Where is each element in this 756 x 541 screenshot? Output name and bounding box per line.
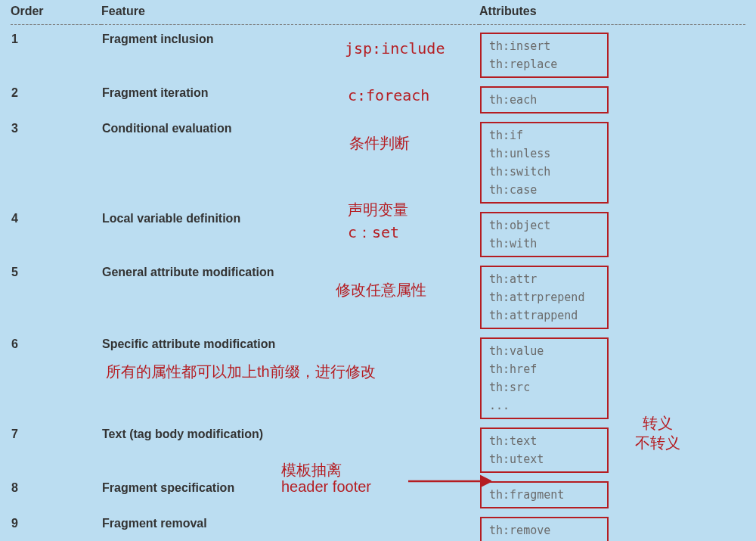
attr-box: th:each [480,86,609,113]
attr-box: th:remove [480,517,609,541]
attrs-cell: th:objectth:with [479,204,745,258]
table-row: 1Fragment inclusionth:insertth:replace [11,25,745,79]
attr-box: th:insertth:replace [480,33,609,78]
feature-cell: Fragment inclusion [101,25,479,79]
attr-item: th:unless [489,145,600,163]
attr-item: th:attrappend [489,306,600,325]
table-row: 3Conditional evaluationth:ifth:unlessth:… [11,114,745,204]
feature-cell: Fragment iteration [101,79,479,114]
attr-item: th:insert [489,37,600,55]
attr-box: th:ifth:unlessth:switchth:case [480,122,609,204]
attr-box: th:textth:utext [480,428,609,473]
attrs-cell: th:ifth:unlessth:switchth:case [479,114,745,204]
attr-item: th:case [489,181,600,199]
order-cell: 3 [11,114,101,204]
attr-item: th:utext [489,450,600,468]
feature-cell: Conditional evaluation [101,114,479,204]
attrs-cell: th:valueth:hrefth:src... [479,330,745,420]
attrs-cell: th:remove [479,509,745,541]
attr-box: th:objectth:with [480,212,609,257]
attr-box: th:valueth:hrefth:src... [480,337,609,419]
order-cell: 5 [11,258,101,330]
order-cell: 1 [11,25,101,79]
attr-item: th:if [489,126,600,145]
attrs-cell: th:insertth:replace [479,25,745,79]
table-row: 4Local variable definitionth:objectth:wi… [11,204,745,258]
precedence-table: Order Feature Attributes 1Fragment inclu… [11,0,745,541]
attr-item: th:with [489,235,600,253]
attr-item: th:src [489,378,600,396]
table-row: 7Text (tag body modification)th:textth:u… [11,420,745,474]
attr-item: th:remove [489,521,600,539]
feature-cell: Fragment specification [101,474,479,509]
order-cell: 9 [11,509,101,541]
table-row: 8Fragment specificationth:fragment [11,474,745,509]
feature-cell: Local variable definition [101,204,479,258]
col-attrs-header: Attributes [479,0,745,25]
attr-box: th:attrth:attrprependth:attrappend [480,266,609,329]
attr-box: th:fragment [480,481,609,508]
attrs-cell: th:attrth:attrprependth:attrappend [479,258,745,330]
table-row: 6Specific attribute modificationth:value… [11,330,745,420]
attrs-cell: th:fragment [479,474,745,509]
attr-item: th:switch [489,163,600,181]
attrs-cell: th:textth:utext [479,420,745,474]
table-row: 2Fragment iterationth:each [11,79,745,114]
attr-item: th:value [489,342,600,360]
attr-item: th:fragment [489,486,600,504]
table-row: 5General attribute modificationth:attrth… [11,258,745,330]
attr-item: th:object [489,216,600,235]
attr-item: ... [489,396,600,415]
table-row: 9Fragment removalth:remove [11,509,745,541]
order-cell: 6 [11,330,101,420]
col-order-header: Order [11,0,101,25]
attr-item: th:attr [489,270,600,288]
order-cell: 2 [11,79,101,114]
attr-item: th:replace [489,55,600,73]
attr-item: th:href [489,360,600,378]
feature-cell: Text (tag body modification) [101,420,479,474]
feature-cell: Specific attribute modification [101,330,479,420]
feature-cell: Fragment removal [101,509,479,541]
attr-item: th:text [489,432,600,450]
order-cell: 7 [11,420,101,474]
attr-item: th:each [489,91,600,109]
col-feature-header: Feature [101,0,479,25]
order-cell: 8 [11,474,101,509]
order-cell: 4 [11,204,101,258]
attrs-cell: th:each [479,79,745,114]
feature-cell: General attribute modification [101,258,479,330]
attr-item: th:attrprepend [489,288,600,306]
